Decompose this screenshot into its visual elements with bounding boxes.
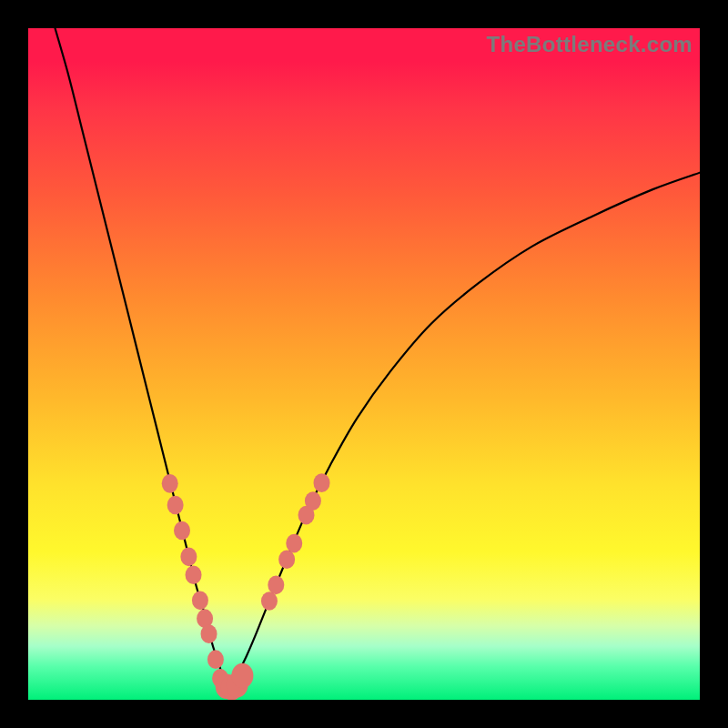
marker-dot — [207, 650, 224, 669]
markers-left — [162, 474, 228, 688]
marker-dot — [201, 624, 217, 643]
marker-dot — [231, 663, 253, 689]
marker-dot — [167, 496, 184, 515]
curves-svg — [28, 28, 700, 700]
right-curve — [229, 173, 700, 690]
markers-right — [261, 473, 330, 611]
marker-dot — [180, 547, 197, 566]
marker-dot — [174, 521, 190, 541]
plot-area: TheBottleneck.com — [28, 28, 700, 700]
marker-dot — [261, 592, 278, 611]
marker-dot — [162, 474, 178, 493]
marker-dot — [286, 534, 302, 553]
marker-dot — [268, 575, 284, 594]
marker-dot — [314, 473, 330, 492]
marker-dot — [305, 491, 321, 511]
marker-dot — [186, 565, 202, 584]
chart-container: TheBottleneck.com — [0, 0, 728, 728]
marker-dot — [278, 550, 295, 569]
left-curve — [56, 28, 225, 686]
marker-dot — [192, 591, 208, 610]
